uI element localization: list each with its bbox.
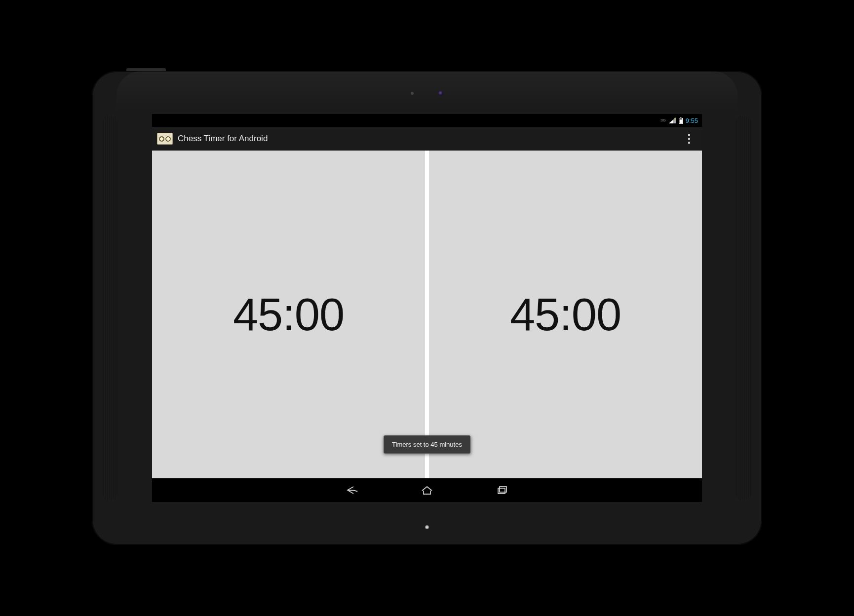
home-button[interactable] (417, 480, 437, 500)
battery-icon (679, 117, 683, 124)
back-icon (345, 485, 359, 496)
svg-rect-6 (500, 487, 506, 492)
device-camera-cluster (411, 91, 443, 96)
back-button[interactable] (342, 480, 362, 500)
recents-button[interactable] (492, 480, 512, 500)
device-speaker-left (103, 116, 117, 500)
screen: 3G 9:55 (152, 114, 702, 502)
app-icon (157, 133, 173, 145)
overflow-menu-button[interactable] (681, 129, 697, 149)
svg-rect-4 (679, 119, 682, 123)
navigation-bar (152, 478, 702, 502)
signal-icon (669, 117, 676, 123)
device-home-led (425, 525, 429, 529)
status-clock: 9:55 (686, 117, 698, 124)
recents-icon (495, 485, 509, 496)
timer-content: 45:00 45:00 (152, 151, 702, 478)
player-left-time: 45:00 (233, 289, 344, 341)
network-label: 3G (660, 118, 666, 122)
svg-rect-5 (498, 488, 505, 494)
toast-text: Timers set to 45 minutes (392, 441, 462, 448)
more-vert-icon (688, 134, 690, 136)
player-right-time: 45:00 (510, 289, 621, 341)
status-bar: 3G 9:55 (152, 114, 702, 127)
device-power-button (126, 68, 166, 71)
player-right-panel[interactable]: 45:00 (427, 151, 702, 478)
app-title: Chess Timer for Android (178, 134, 268, 144)
player-left-panel[interactable]: 45:00 (152, 151, 427, 478)
action-bar: Chess Timer for Android (152, 127, 702, 151)
home-icon (420, 485, 434, 496)
tablet-device-frame: 3G 9:55 (92, 71, 762, 545)
toast-message: Timers set to 45 minutes (384, 435, 470, 454)
device-speaker-right (737, 116, 751, 500)
